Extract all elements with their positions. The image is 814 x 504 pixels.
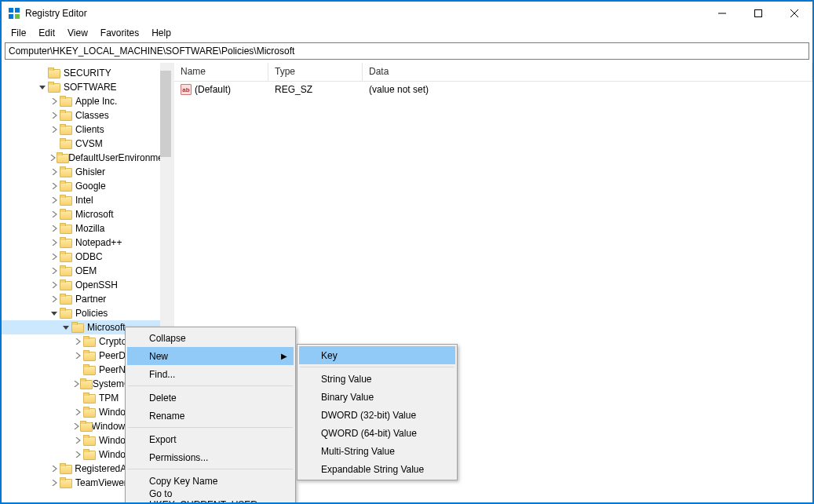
chevron-right-icon[interactable] — [72, 336, 83, 347]
tree-node[interactable]: ODBC — [2, 250, 171, 264]
tree-node[interactable]: SECURITY — [2, 66, 171, 80]
tree-node[interactable]: DefaultUserEnvironment — [2, 151, 171, 165]
menu-help[interactable]: Help — [145, 26, 177, 40]
folder-icon — [60, 195, 72, 206]
chevron-right-icon[interactable] — [72, 449, 83, 460]
menu-favorites[interactable]: Favorites — [94, 26, 145, 40]
context-menu-item[interactable]: Find... — [127, 365, 294, 383]
chevron-right-icon[interactable] — [49, 209, 60, 220]
tree-node[interactable]: Google — [2, 179, 171, 193]
chevron-right-icon[interactable] — [49, 96, 60, 107]
chevron-down-icon[interactable] — [49, 308, 60, 319]
context-menu-item[interactable]: Delete — [127, 389, 294, 407]
chevron-right-icon[interactable] — [49, 265, 60, 276]
context-submenu-new[interactable]: KeyString ValueBinary ValueDWORD (32-bit… — [297, 344, 458, 480]
menu-file[interactable]: File — [5, 26, 32, 40]
chevron-right-icon[interactable] — [49, 237, 60, 248]
tree-node[interactable]: CVSM — [2, 137, 171, 151]
context-menu-item[interactable]: QWORD (64-bit) Value — [299, 424, 455, 442]
folder-icon — [60, 181, 72, 192]
chevron-right-icon[interactable] — [49, 279, 60, 290]
chevron-right-icon[interactable] — [49, 181, 60, 192]
chevron-down-icon[interactable] — [60, 322, 71, 333]
minimize-button[interactable] — [704, 2, 740, 25]
chevron-right-icon[interactable] — [49, 223, 60, 234]
tree-scrollbar-thumb[interactable] — [160, 71, 171, 157]
folder-icon — [60, 138, 72, 149]
folder-icon — [83, 407, 96, 418]
chevron-right-icon[interactable] — [49, 294, 60, 305]
context-menu-item[interactable]: Permissions... — [127, 448, 294, 466]
context-menu-item[interactable]: Multi-String Value — [299, 442, 455, 460]
tree-node[interactable]: Microsoft — [2, 207, 171, 221]
context-menu-item[interactable]: Export — [127, 430, 294, 448]
context-menu-item[interactable]: DWORD (32-bit) Value — [299, 406, 455, 424]
tree-node[interactable]: Clients — [2, 122, 171, 137]
tree-node[interactable]: Intel — [2, 193, 171, 207]
column-header-type[interactable]: Type — [268, 63, 363, 81]
svg-rect-5 — [755, 10, 762, 17]
folder-icon — [57, 152, 65, 163]
tree-node-label: TeamViewer — [75, 477, 127, 488]
chevron-right-icon[interactable] — [49, 124, 60, 135]
tree-node[interactable]: Ghisler — [2, 165, 171, 179]
titlebar: Registry Editor — [2, 2, 812, 25]
chevron-right-icon[interactable] — [49, 477, 60, 488]
context-menu-item[interactable]: Rename — [127, 407, 294, 425]
chevron-right-icon[interactable] — [49, 195, 60, 206]
address-bar-text[interactable]: Computer\HKEY_LOCAL_MACHINE\SOFTWARE\Pol… — [9, 46, 294, 57]
list-cell-data: (value not set) — [363, 84, 812, 95]
folder-icon — [60, 110, 72, 121]
column-header-data[interactable]: Data — [363, 63, 812, 81]
folder-icon — [83, 449, 96, 460]
chevron-down-icon[interactable] — [37, 82, 48, 93]
tree-node[interactable]: Notepad++ — [2, 236, 171, 250]
chevron-right-icon[interactable] — [72, 421, 80, 432]
tree-node-label: ODBC — [75, 251, 103, 262]
context-menu-separator — [128, 385, 293, 386]
folder-icon — [60, 237, 72, 248]
folder-icon — [60, 251, 72, 262]
tree-node[interactable]: OpenSSH — [2, 278, 171, 292]
address-bar[interactable]: Computer\HKEY_LOCAL_MACHINE\SOFTWARE\Pol… — [5, 42, 809, 60]
folder-icon — [60, 96, 72, 107]
context-menu-item[interactable]: Key — [299, 346, 455, 364]
tree-node-label: Ghisler — [75, 166, 105, 177]
context-menu-item[interactable]: Expandable String Value — [299, 460, 455, 478]
list-row[interactable]: ab(Default)REG_SZ(value not set) — [174, 82, 812, 97]
menu-view[interactable]: View — [61, 26, 94, 40]
chevron-right-icon[interactable] — [72, 350, 83, 361]
chevron-right-icon[interactable] — [49, 152, 57, 163]
folder-icon — [60, 223, 72, 234]
menu-edit[interactable]: Edit — [32, 26, 61, 40]
chevron-right-icon[interactable] — [72, 435, 83, 446]
context-menu-item[interactable]: Go to HKEY_CURRENT_USER — [127, 490, 294, 502]
folder-icon — [83, 350, 96, 361]
context-menu-item[interactable]: New▶ — [127, 347, 294, 365]
list-cell-name: ab(Default) — [174, 84, 268, 95]
tree-node-label: TPM — [99, 393, 119, 404]
chevron-right-icon[interactable] — [72, 407, 83, 418]
chevron-right-icon[interactable] — [49, 463, 60, 474]
chevron-right-icon[interactable] — [49, 166, 60, 177]
column-header-name[interactable]: Name — [174, 63, 268, 81]
tree-node[interactable]: Apple Inc. — [2, 94, 171, 108]
tree-node[interactable]: Classes — [2, 108, 171, 122]
maximize-button[interactable] — [740, 2, 776, 25]
context-menu-item[interactable]: Binary Value — [299, 388, 455, 406]
chevron-right-icon[interactable] — [49, 110, 60, 121]
tree-node[interactable]: Partner — [2, 292, 171, 306]
context-menu-item[interactable]: Collapse — [127, 329, 294, 347]
tree-node[interactable]: Mozilla — [2, 221, 171, 236]
folder-icon — [60, 209, 72, 220]
tree-node[interactable]: OEM — [2, 264, 171, 278]
context-menu-item[interactable]: String Value — [299, 370, 455, 388]
context-menu-separator — [128, 469, 293, 469]
context-menu[interactable]: CollapseNew▶Find...DeleteRenameExportPer… — [125, 327, 296, 502]
tree-node-label: Partner — [75, 294, 106, 305]
close-button[interactable] — [776, 2, 812, 25]
tree-node[interactable]: SOFTWARE — [2, 80, 171, 94]
chevron-right-icon[interactable] — [49, 251, 60, 262]
tree-node[interactable]: Policies — [2, 306, 171, 320]
chevron-right-icon[interactable] — [72, 378, 80, 389]
